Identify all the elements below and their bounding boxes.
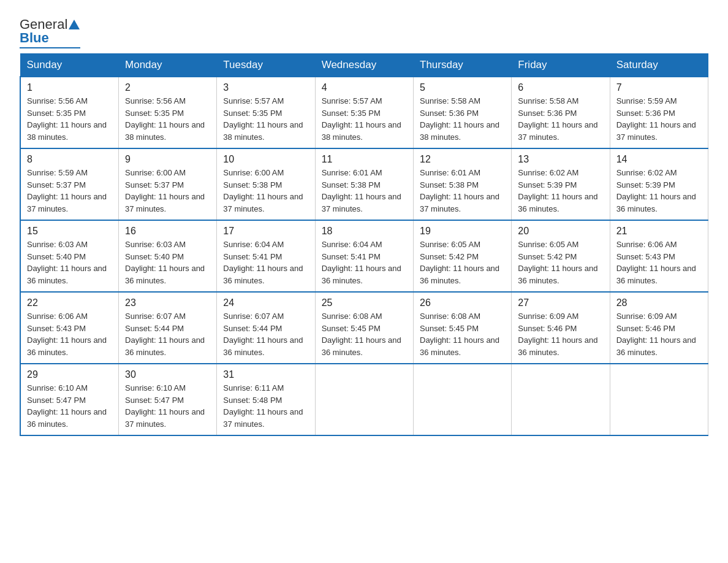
day-info: Sunrise: 5:59 AMSunset: 5:36 PMDaylight:… (616, 96, 696, 142)
column-header-saturday: Saturday (610, 54, 708, 77)
logo: General Blue (20, 15, 80, 48)
column-header-tuesday: Tuesday (217, 54, 315, 77)
logo-arrow-icon (69, 20, 80, 29)
day-info: Sunrise: 5:59 AMSunset: 5:37 PMDaylight:… (27, 168, 107, 213)
day-cell: 7Sunrise: 5:59 AMSunset: 5:36 PMDaylight… (610, 77, 708, 148)
day-number: 31 (223, 369, 308, 380)
week-row-5: 29Sunrise: 6:10 AMSunset: 5:47 PMDayligh… (20, 364, 708, 435)
day-info: Sunrise: 6:02 AMSunset: 5:39 PMDaylight:… (616, 168, 696, 213)
day-number: 22 (27, 297, 112, 308)
week-row-1: 1Sunrise: 5:56 AMSunset: 5:35 PMDaylight… (20, 77, 708, 148)
day-number: 10 (223, 154, 308, 165)
day-info: Sunrise: 6:05 AMSunset: 5:42 PMDaylight:… (518, 240, 597, 285)
day-cell (414, 364, 512, 435)
day-number: 30 (125, 369, 210, 380)
day-cell: 10Sunrise: 6:00 AMSunset: 5:38 PMDayligh… (217, 148, 315, 220)
column-header-friday: Friday (512, 54, 610, 77)
day-info: Sunrise: 6:03 AMSunset: 5:40 PMDaylight:… (125, 240, 205, 285)
day-cell: 16Sunrise: 6:03 AMSunset: 5:40 PMDayligh… (119, 220, 217, 292)
day-number: 9 (125, 154, 210, 165)
day-cell: 2Sunrise: 5:56 AMSunset: 5:35 PMDaylight… (119, 77, 217, 148)
week-row-3: 15Sunrise: 6:03 AMSunset: 5:40 PMDayligh… (20, 220, 708, 292)
day-number: 5 (420, 82, 505, 93)
logo-blue-text: Blue (20, 31, 49, 45)
day-info: Sunrise: 6:01 AMSunset: 5:38 PMDaylight:… (420, 168, 499, 213)
day-cell: 3Sunrise: 5:57 AMSunset: 5:35 PMDaylight… (217, 77, 315, 148)
day-cell: 14Sunrise: 6:02 AMSunset: 5:39 PMDayligh… (610, 148, 708, 220)
day-info: Sunrise: 6:01 AMSunset: 5:38 PMDaylight:… (322, 168, 401, 213)
calendar-header: SundayMondayTuesdayWednesdayThursdayFrid… (20, 54, 708, 77)
day-number: 15 (27, 226, 112, 237)
day-number: 4 (322, 82, 407, 93)
day-number: 7 (616, 82, 702, 93)
day-number: 6 (518, 82, 603, 93)
day-info: Sunrise: 6:06 AMSunset: 5:43 PMDaylight:… (27, 312, 107, 357)
day-info: Sunrise: 6:10 AMSunset: 5:47 PMDaylight:… (27, 383, 107, 429)
calendar-table: SundayMondayTuesdayWednesdayThursdayFrid… (20, 53, 708, 436)
day-info: Sunrise: 6:09 AMSunset: 5:46 PMDaylight:… (616, 312, 696, 357)
column-header-thursday: Thursday (414, 54, 512, 77)
day-number: 14 (616, 154, 702, 165)
day-info: Sunrise: 6:08 AMSunset: 5:45 PMDaylight:… (420, 312, 499, 357)
day-info: Sunrise: 6:05 AMSunset: 5:42 PMDaylight:… (420, 240, 499, 285)
day-info: Sunrise: 6:00 AMSunset: 5:37 PMDaylight:… (125, 168, 205, 213)
day-info: Sunrise: 5:56 AMSunset: 5:35 PMDaylight:… (125, 96, 205, 142)
day-cell: 6Sunrise: 5:58 AMSunset: 5:36 PMDaylight… (512, 77, 610, 148)
day-cell: 24Sunrise: 6:07 AMSunset: 5:44 PMDayligh… (217, 292, 315, 364)
day-cell (610, 364, 708, 435)
day-cell: 20Sunrise: 6:05 AMSunset: 5:42 PMDayligh… (512, 220, 610, 292)
day-number: 1 (27, 82, 112, 93)
day-number: 8 (27, 154, 112, 165)
week-row-4: 22Sunrise: 6:06 AMSunset: 5:43 PMDayligh… (20, 292, 708, 364)
column-header-monday: Monday (119, 54, 217, 77)
day-cell: 19Sunrise: 6:05 AMSunset: 5:42 PMDayligh… (414, 220, 512, 292)
day-number: 3 (223, 82, 308, 93)
day-number: 2 (125, 82, 210, 93)
day-cell: 26Sunrise: 6:08 AMSunset: 5:45 PMDayligh… (414, 292, 512, 364)
day-info: Sunrise: 6:00 AMSunset: 5:38 PMDaylight:… (223, 168, 303, 213)
day-number: 29 (27, 369, 112, 380)
day-info: Sunrise: 6:04 AMSunset: 5:41 PMDaylight:… (322, 240, 401, 285)
day-info: Sunrise: 6:08 AMSunset: 5:45 PMDaylight:… (322, 312, 401, 357)
day-cell: 17Sunrise: 6:04 AMSunset: 5:41 PMDayligh… (217, 220, 315, 292)
day-info: Sunrise: 5:58 AMSunset: 5:36 PMDaylight:… (518, 96, 597, 142)
day-info: Sunrise: 6:04 AMSunset: 5:41 PMDaylight:… (223, 240, 303, 285)
calendar-body: 1Sunrise: 5:56 AMSunset: 5:35 PMDaylight… (20, 77, 708, 435)
day-cell: 18Sunrise: 6:04 AMSunset: 5:41 PMDayligh… (315, 220, 413, 292)
day-cell: 27Sunrise: 6:09 AMSunset: 5:46 PMDayligh… (512, 292, 610, 364)
day-cell: 12Sunrise: 6:01 AMSunset: 5:38 PMDayligh… (414, 148, 512, 220)
day-info: Sunrise: 6:11 AMSunset: 5:48 PMDaylight:… (223, 383, 303, 429)
header-row: SundayMondayTuesdayWednesdayThursdayFrid… (20, 54, 708, 77)
day-number: 26 (420, 297, 505, 308)
day-cell: 31Sunrise: 6:11 AMSunset: 5:48 PMDayligh… (217, 364, 315, 435)
day-cell (315, 364, 413, 435)
day-info: Sunrise: 5:57 AMSunset: 5:35 PMDaylight:… (322, 96, 401, 142)
day-cell: 1Sunrise: 5:56 AMSunset: 5:35 PMDaylight… (20, 77, 119, 148)
day-number: 11 (322, 154, 407, 165)
day-info: Sunrise: 6:09 AMSunset: 5:46 PMDaylight:… (518, 312, 597, 357)
logo-underline (20, 47, 80, 48)
day-info: Sunrise: 5:57 AMSunset: 5:35 PMDaylight:… (223, 96, 303, 142)
day-number: 19 (420, 226, 505, 237)
day-number: 25 (322, 297, 407, 308)
day-number: 20 (518, 226, 603, 237)
day-cell: 23Sunrise: 6:07 AMSunset: 5:44 PMDayligh… (119, 292, 217, 364)
day-info: Sunrise: 6:10 AMSunset: 5:47 PMDaylight:… (125, 383, 205, 429)
day-number: 17 (223, 226, 308, 237)
week-row-2: 8Sunrise: 5:59 AMSunset: 5:37 PMDaylight… (20, 148, 708, 220)
day-number: 12 (420, 154, 505, 165)
day-cell: 8Sunrise: 5:59 AMSunset: 5:37 PMDaylight… (20, 148, 119, 220)
day-cell: 9Sunrise: 6:00 AMSunset: 5:37 PMDaylight… (119, 148, 217, 220)
day-cell: 28Sunrise: 6:09 AMSunset: 5:46 PMDayligh… (610, 292, 708, 364)
day-cell: 22Sunrise: 6:06 AMSunset: 5:43 PMDayligh… (20, 292, 119, 364)
day-info: Sunrise: 5:58 AMSunset: 5:36 PMDaylight:… (420, 96, 499, 142)
day-number: 24 (223, 297, 308, 308)
day-info: Sunrise: 6:06 AMSunset: 5:43 PMDaylight:… (616, 240, 696, 285)
day-info: Sunrise: 6:07 AMSunset: 5:44 PMDaylight:… (125, 312, 205, 357)
day-info: Sunrise: 6:02 AMSunset: 5:39 PMDaylight:… (518, 168, 597, 213)
day-cell: 30Sunrise: 6:10 AMSunset: 5:47 PMDayligh… (119, 364, 217, 435)
column-header-wednesday: Wednesday (315, 54, 413, 77)
day-number: 27 (518, 297, 603, 308)
day-cell: 11Sunrise: 6:01 AMSunset: 5:38 PMDayligh… (315, 148, 413, 220)
day-info: Sunrise: 6:07 AMSunset: 5:44 PMDaylight:… (223, 312, 303, 357)
